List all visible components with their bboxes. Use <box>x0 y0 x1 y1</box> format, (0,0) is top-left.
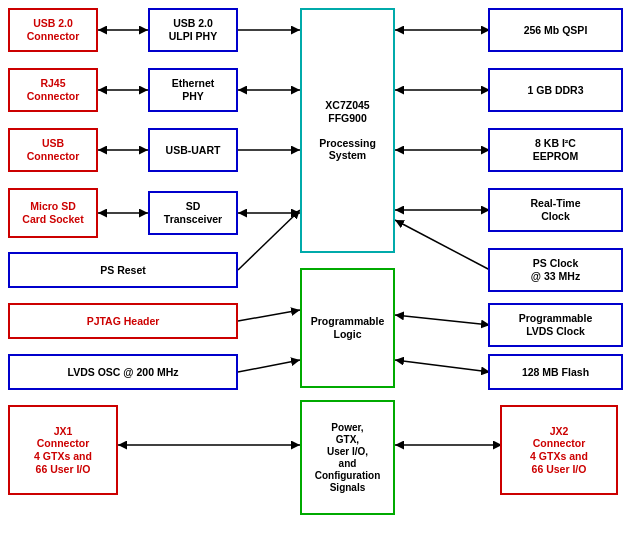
lvds-osc-box: LVDS OSC @ 200 MHz <box>8 354 238 390</box>
ddr3-box: 1 GB DDR3 <box>488 68 623 112</box>
ps-reset-box: PS Reset <box>8 252 238 288</box>
usb-uart-box: USB-UART <box>148 128 238 172</box>
programmable-logic-box: ProgrammableLogic <box>300 268 395 388</box>
ethernet-phy-box: EthernetPHY <box>148 68 238 112</box>
lvds-clock-box: ProgrammableLVDS Clock <box>488 303 623 347</box>
svg-line-21 <box>395 360 490 372</box>
flash-box: 128 MB Flash <box>488 354 623 390</box>
power-gtx-box: Power,GTX,User I/O,andConfigurationSigna… <box>300 400 395 515</box>
eeprom-box: 8 KB I²CEEPROM <box>488 128 623 172</box>
block-diagram: USB 2.0 Connector RJ45Connector USBConne… <box>0 0 640 549</box>
jx2-connector-box: JX2Connector4 GTXs and66 User I/O <box>500 405 618 495</box>
svg-line-19 <box>395 220 490 270</box>
micro-sd-box: Micro SDCard Socket <box>8 188 98 238</box>
rj45-connector-box: RJ45Connector <box>8 68 98 112</box>
usb20-connector-box: USB 2.0 Connector <box>8 8 98 52</box>
ps-clock-box: PS Clock@ 33 MHz <box>488 248 623 292</box>
rtc-box: Real-TimeClock <box>488 188 623 232</box>
usb-connector-box: USBConnector <box>8 128 98 172</box>
svg-line-20 <box>395 315 490 325</box>
jx1-connector-box: JX1Connector4 GTXs and66 User I/O <box>8 405 118 495</box>
svg-line-11 <box>238 210 300 270</box>
sd-transceiver-box: SDTransceiver <box>148 191 238 235</box>
processing-system-box: XC7Z045FFG900ProcessingSystem <box>300 8 395 253</box>
qspi-box: 256 Mb QSPI <box>488 8 623 52</box>
usb20-ulpi-box: USB 2.0ULPI PHY <box>148 8 238 52</box>
svg-line-13 <box>238 360 300 372</box>
svg-line-12 <box>238 310 300 321</box>
pjtag-header-box: PJTAG Header <box>8 303 238 339</box>
